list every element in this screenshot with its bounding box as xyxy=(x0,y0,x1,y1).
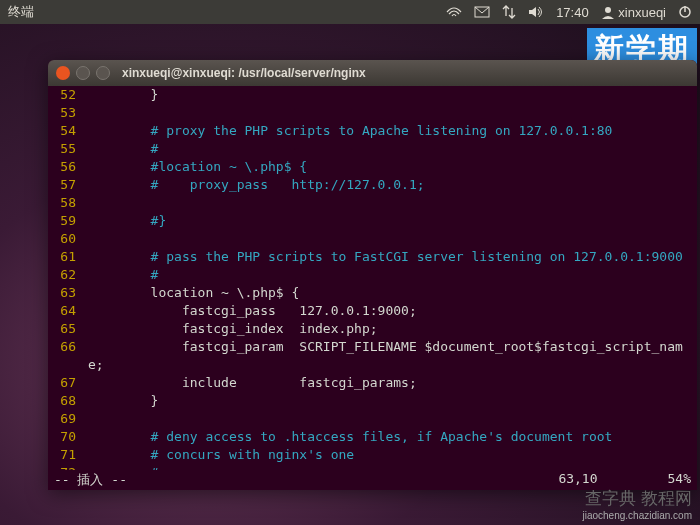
line-number: 58 xyxy=(48,194,88,212)
line-number: 64 xyxy=(48,302,88,320)
code-line: 59 #} xyxy=(48,212,697,230)
code-text: # xyxy=(88,266,697,284)
code-text: fastcgi_pass 127.0.0.1:9000; xyxy=(88,302,697,320)
code-line: 60 xyxy=(48,230,697,248)
code-line: 52 } xyxy=(48,86,697,104)
line-number: 54 xyxy=(48,122,88,140)
line-number: 59 xyxy=(48,212,88,230)
code-text: # deny access to .htaccess files, if Apa… xyxy=(88,428,697,446)
window-titlebar[interactable]: xinxueqi@xinxueqi: /usr/local/server/ngi… xyxy=(48,60,697,86)
vim-mode: -- 插入 -- xyxy=(54,471,127,489)
window-title: xinxueqi@xinxueqi: /usr/local/server/ngi… xyxy=(122,66,366,80)
code-text: # xyxy=(88,140,697,158)
code-line: 72 # xyxy=(48,464,697,470)
code-text xyxy=(88,410,697,428)
code-line: 67 include fastcgi_params; xyxy=(48,374,697,392)
line-number: 72 xyxy=(48,464,88,470)
footer-title: 查字典 教程网 xyxy=(582,487,692,510)
top-panel: 终端 17:40 xinxueqi xyxy=(0,0,700,24)
footer-watermark: 查字典 教程网 jiaocheng.chazidian.com xyxy=(582,487,692,521)
network-icon[interactable] xyxy=(446,6,462,18)
code-line: 63 location ~ \.php$ { xyxy=(48,284,697,302)
line-number: 66 xyxy=(48,338,88,356)
code-line: 70 # deny access to .htaccess files, if … xyxy=(48,428,697,446)
power-icon[interactable] xyxy=(678,5,692,19)
close-icon[interactable] xyxy=(56,66,70,80)
terminal-window: xinxueqi@xinxueqi: /usr/local/server/ngi… xyxy=(48,60,697,490)
code-text: } xyxy=(88,392,697,410)
footer-url: jiaocheng.chazidian.com xyxy=(582,510,692,521)
code-text: #location ~ \.php$ { xyxy=(88,158,697,176)
line-number: 68 xyxy=(48,392,88,410)
code-text: e; xyxy=(88,356,697,374)
line-number: 56 xyxy=(48,158,88,176)
clock[interactable]: 17:40 xyxy=(556,5,589,20)
code-text: # concurs with nginx's one xyxy=(88,446,697,464)
code-line: 64 fastcgi_pass 127.0.0.1:9000; xyxy=(48,302,697,320)
line-number: 53 xyxy=(48,104,88,122)
code-line: 57 # proxy_pass http://127.0.0.1; xyxy=(48,176,697,194)
sound-icon[interactable] xyxy=(528,5,544,19)
code-text xyxy=(88,104,697,122)
code-text: # xyxy=(88,464,697,470)
line-number: 60 xyxy=(48,230,88,248)
code-line: 68 } xyxy=(48,392,697,410)
code-text: } xyxy=(88,86,697,104)
code-line: 71 # concurs with nginx's one xyxy=(48,446,697,464)
minimize-icon[interactable] xyxy=(76,66,90,80)
line-number: 55 xyxy=(48,140,88,158)
code-text: location ~ \.php$ { xyxy=(88,284,697,302)
code-text xyxy=(88,194,697,212)
line-number: 57 xyxy=(48,176,88,194)
line-number: 61 xyxy=(48,248,88,266)
code-line: 54 # proxy the PHP scripts to Apache lis… xyxy=(48,122,697,140)
code-text xyxy=(88,230,697,248)
code-line: 66 fastcgi_param SCRIPT_FILENAME $docume… xyxy=(48,338,697,356)
terminal-content[interactable]: 52 }5354 # proxy the PHP scripts to Apac… xyxy=(48,86,697,470)
mail-icon[interactable] xyxy=(474,6,490,18)
code-text: #} xyxy=(88,212,697,230)
line-number: 62 xyxy=(48,266,88,284)
code-text: include fastcgi_params; xyxy=(88,374,697,392)
username-label: xinxueqi xyxy=(618,5,666,20)
line-number: 70 xyxy=(48,428,88,446)
code-text: # pass the PHP scripts to FastCGI server… xyxy=(88,248,697,266)
code-line: 58 xyxy=(48,194,697,212)
desktop: 终端 17:40 xinxueqi 新学期 xyxy=(0,0,700,525)
code-line: 53 xyxy=(48,104,697,122)
code-line: 62 # xyxy=(48,266,697,284)
line-number: 69 xyxy=(48,410,88,428)
user-menu[interactable]: xinxueqi xyxy=(601,5,666,20)
line-number: 67 xyxy=(48,374,88,392)
line-number: 65 xyxy=(48,320,88,338)
code-text: # proxy the PHP scripts to Apache listen… xyxy=(88,122,697,140)
code-line: 61 # pass the PHP scripts to FastCGI ser… xyxy=(48,248,697,266)
code-text: # proxy_pass http://127.0.0.1; xyxy=(88,176,697,194)
line-number: 63 xyxy=(48,284,88,302)
code-line: e; xyxy=(48,356,697,374)
app-menu-title[interactable]: 终端 xyxy=(8,3,34,21)
line-number: 52 xyxy=(48,86,88,104)
svg-point-1 xyxy=(605,7,611,13)
line-number: 71 xyxy=(48,446,88,464)
code-line: 65 fastcgi_index index.php; xyxy=(48,320,697,338)
line-number xyxy=(48,356,88,374)
code-text: fastcgi_index index.php; xyxy=(88,320,697,338)
code-line: 69 xyxy=(48,410,697,428)
code-line: 55 # xyxy=(48,140,697,158)
code-line: 56 #location ~ \.php$ { xyxy=(48,158,697,176)
code-text: fastcgi_param SCRIPT_FILENAME $document_… xyxy=(88,338,697,356)
updown-icon[interactable] xyxy=(502,5,516,19)
maximize-icon[interactable] xyxy=(96,66,110,80)
